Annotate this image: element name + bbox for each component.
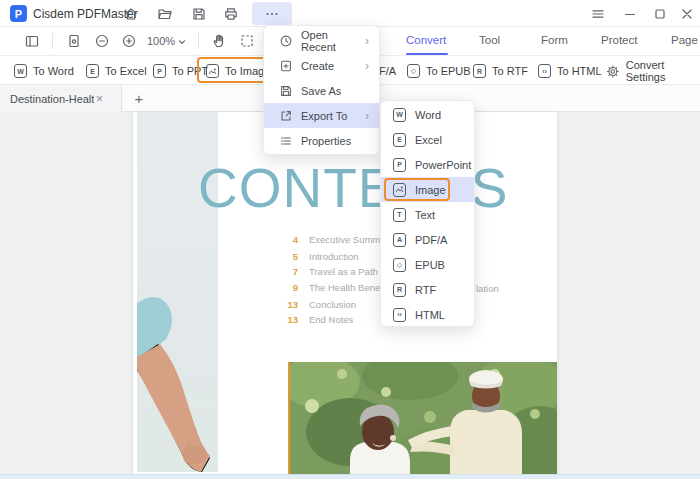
word-doc-icon: W	[14, 64, 27, 78]
toc-page-number: 13	[282, 299, 298, 311]
new-tab-button[interactable]: +	[128, 88, 150, 109]
sidebar-toggle-button[interactable]	[19, 29, 45, 52]
toc-page-number: 7	[282, 266, 298, 278]
document-viewport[interactable]: CONTENTS 4 Executive Summary 5 Introduct…	[0, 112, 700, 479]
ppt-doc-icon: P	[153, 64, 166, 78]
convert-settings-button[interactable]: Convert Settings	[606, 62, 700, 80]
submenu-item-excel[interactable]: E Excel	[381, 127, 474, 152]
save-icon	[191, 6, 207, 22]
toc-row: 13 End Notes	[282, 314, 353, 326]
submenu-item-epub[interactable]: ◇ EPUB	[381, 252, 474, 277]
maximize-button[interactable]	[647, 2, 673, 25]
print-button[interactable]	[218, 2, 244, 25]
tab-convert[interactable]: Convert	[406, 34, 446, 46]
document-tab-close-icon[interactable]: ×	[96, 92, 103, 106]
tab-protect[interactable]: Protect	[601, 34, 637, 46]
to-image-button[interactable]: To Image	[206, 62, 270, 80]
toc-page-number: 9	[282, 282, 298, 294]
document-tab-label: Destination-Healthy-...	[10, 93, 94, 105]
menu-item-open-recent[interactable]: Open Recent ›	[264, 28, 379, 53]
title-bar: P Cisdem PDFMaster	[0, 0, 700, 27]
page-photo-couple	[290, 362, 557, 474]
open-file-button[interactable]	[152, 2, 178, 25]
text-doc-icon: T	[393, 208, 406, 222]
properties-list-icon	[278, 134, 293, 148]
toc-page-number: 5	[282, 251, 298, 263]
to-html-button[interactable]: ‹› To HTML	[538, 62, 602, 80]
app-window: P Cisdem PDFMaster	[0, 0, 700, 479]
submenu-item-pdfa[interactable]: A PDF/A	[381, 227, 474, 252]
menu-item-properties[interactable]: Properties	[264, 128, 379, 153]
tab-page[interactable]: Page	[671, 34, 698, 46]
submenu-chevron-icon: ›	[365, 59, 369, 73]
toc-entry-label: Introduction	[309, 251, 359, 263]
print-icon	[223, 6, 239, 22]
toc-row: 4 Executive Summary	[282, 234, 393, 246]
export-icon	[278, 109, 293, 123]
zoom-level-value[interactable]: 100%	[147, 35, 175, 47]
excel-doc-icon: E	[393, 133, 406, 147]
tab-tool[interactable]: Tool	[479, 34, 500, 46]
excel-doc-icon: E	[86, 64, 99, 78]
submenu-chevron-icon: ›	[365, 34, 369, 48]
to-excel-button[interactable]: E To Excel	[86, 62, 147, 80]
zoom-out-button[interactable]	[89, 29, 115, 52]
submenu-item-word[interactable]: W Word	[381, 102, 474, 127]
submenu-item-powerpoint[interactable]: P PowerPoint	[381, 152, 474, 177]
home-icon	[123, 6, 139, 22]
to-word-button[interactable]: W To Word	[14, 62, 74, 80]
html-doc-icon: ‹›	[538, 64, 551, 78]
close-button[interactable]	[674, 2, 700, 25]
rtf-doc-icon: R	[393, 283, 406, 297]
more-menu-button[interactable]	[252, 2, 292, 25]
file-plus-icon	[278, 59, 293, 73]
submenu-item-html[interactable]: ‹› HTML	[381, 302, 474, 327]
app-menu-button[interactable]	[585, 2, 611, 25]
bottom-edge-strip	[0, 474, 700, 479]
minimize-button[interactable]	[617, 2, 643, 25]
pdfa-doc-icon: A	[393, 233, 406, 247]
menu-item-save-as[interactable]: Save As	[264, 78, 379, 103]
toc-page-number: 13	[282, 314, 298, 326]
marquee-select-icon	[239, 33, 255, 49]
close-icon	[679, 6, 695, 22]
zoom-out-icon	[94, 33, 110, 49]
menu-item-create[interactable]: Create ›	[264, 53, 379, 78]
pdf-page[interactable]: CONTENTS 4 Executive Summary 5 Introduct…	[133, 112, 557, 474]
to-epub-button[interactable]: ◇ To EPUB	[407, 62, 471, 80]
toc-row: 5 Introduction	[282, 251, 359, 263]
marquee-select-button[interactable]	[234, 29, 260, 52]
zoom-in-icon	[121, 33, 137, 49]
home-button[interactable]	[118, 2, 144, 25]
hand-tool-button[interactable]	[206, 29, 232, 52]
toc-entry-label: Conclusion	[309, 299, 356, 311]
app-logo: P	[10, 5, 27, 22]
clock-icon	[278, 34, 293, 48]
epub-doc-icon: ◇	[407, 64, 420, 78]
submenu-chevron-icon: ›	[365, 109, 369, 123]
document-tab[interactable]: Destination-Healthy-... ×	[0, 85, 122, 112]
fit-page-button[interactable]	[61, 29, 87, 52]
to-rtf-button[interactable]: R To RTF	[473, 62, 528, 80]
sidebar-toggle-icon	[24, 33, 40, 49]
more-dropdown-menu: Open Recent › Create › Save As Export To…	[263, 25, 380, 155]
toc-entry-label: End Notes	[309, 314, 353, 326]
more-dots-icon	[264, 6, 280, 22]
toc-page-number: 4	[282, 234, 298, 246]
rtf-doc-icon: R	[473, 64, 486, 78]
submenu-item-rtf[interactable]: R RTF	[381, 277, 474, 302]
html-doc-icon: ‹›	[393, 308, 406, 322]
word-doc-icon: W	[393, 108, 406, 122]
save-button[interactable]	[186, 2, 212, 25]
menu-item-export-to[interactable]: Export To ›	[264, 103, 379, 128]
maximize-icon	[652, 6, 668, 22]
zoom-in-button[interactable]	[116, 29, 142, 52]
toc-entry-tail-fragment: lation	[476, 283, 499, 294]
submenu-item-image[interactable]: Image	[381, 177, 474, 202]
fit-page-icon	[66, 33, 82, 49]
submenu-item-text[interactable]: T Text	[381, 202, 474, 227]
tab-form[interactable]: Form	[541, 34, 568, 46]
chevron-down-icon[interactable]	[176, 36, 188, 48]
toc-row: 13 Conclusion	[282, 299, 356, 311]
image-selection-box	[384, 178, 450, 201]
